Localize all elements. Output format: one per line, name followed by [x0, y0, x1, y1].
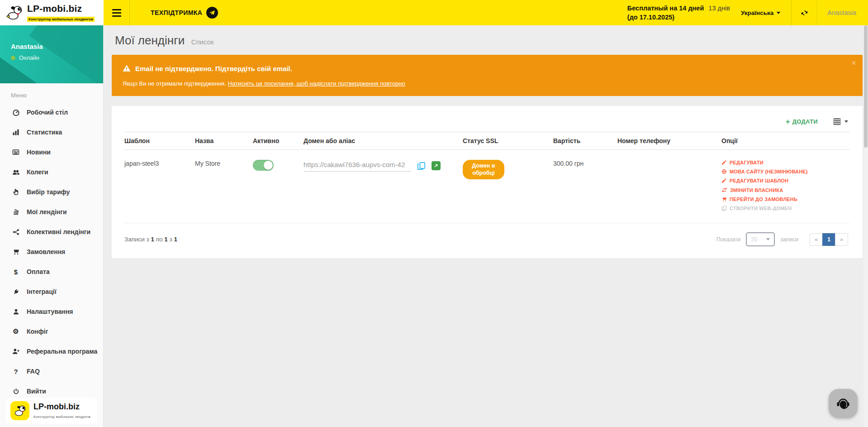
colleagues-icon [12, 168, 20, 176]
active-toggle[interactable] [253, 160, 274, 171]
option-go-to-orders[interactable]: ПЕРЕЙТИ ДО ЗАМОВЛЕНЬ [721, 197, 846, 202]
col-domain: Домен або аліас [304, 132, 463, 150]
page-size-select[interactable]: 20 [746, 232, 775, 246]
brand-title: LP-mobi.biz [27, 3, 82, 14]
col-phone: Номер телефону [617, 132, 721, 150]
option-label: МОВА САЙТУ (НЕЗМІНЮВАНЕ) [730, 169, 808, 174]
option-label: ЗМІНИТИ ВЛАСНИКА [730, 187, 783, 193]
copy-icon [721, 206, 727, 211]
show-label: Показати [716, 236, 741, 243]
option-create-web-domain: СТВОРИТИ WEB-ДОМЕН [721, 206, 846, 211]
sidebar-item-collective-landings[interactable]: Колективні лендінги [0, 222, 103, 242]
telegram-icon [206, 7, 218, 19]
resend-confirmation-link[interactable]: Натисніть це посилання, щоб надіслати пі… [228, 80, 405, 87]
pagination-prev[interactable]: « [810, 233, 823, 246]
sidebar-item-label: Оплата [27, 268, 50, 275]
scrollbar[interactable] [863, 25, 868, 427]
page-title: Мої лендінги [115, 34, 185, 47]
refresh-icon [801, 9, 808, 17]
pagination: « 1 » [810, 233, 848, 246]
brand-logo[interactable]: LP-mobi.biz Конструктор мобильных лендин… [0, 0, 104, 25]
topbar-username[interactable]: Anastasia [817, 0, 868, 25]
sidebar-item-tariff[interactable]: Вибір тарифу [0, 182, 103, 202]
add-label: ДОДАТИ [792, 118, 818, 125]
sidebar-item-config[interactable]: ⚙ Конфіг [0, 321, 103, 341]
sidebar-item-desktop[interactable]: Робочий стіл [0, 102, 103, 122]
user-plus-icon [12, 348, 20, 355]
headset-icon [835, 395, 852, 412]
domain-input[interactable] [304, 160, 411, 172]
sidebar-item-colleagues[interactable]: Колеги [0, 162, 103, 182]
option-label: РЕДАГУВАТИ [730, 160, 764, 165]
sidebar-item-faq[interactable]: ? FAQ [0, 361, 103, 381]
add-landing-button[interactable]: + ДОДАТИ [786, 118, 818, 125]
sidebar-footer-logo[interactable]: LP-mobi.biz Конструктор мобільних лендін… [6, 398, 97, 424]
panel-decoration [29, 25, 103, 83]
copy-icon[interactable] [417, 162, 426, 170]
sidebar-item-label: Вийти [27, 388, 46, 395]
menu-section-label: Меню [0, 83, 103, 102]
col-name: Назва [195, 132, 253, 150]
sidebar-item-settings[interactable]: Налаштування [0, 302, 103, 321]
sidebar-item-label: Робочий стіл [27, 109, 68, 116]
alert-text-prefix: Якщо Ви не отримали підтвердження. [123, 80, 228, 87]
sidebar-item-label: Вибір тарифу [27, 188, 70, 196]
news-icon [12, 149, 20, 156]
warning-icon [123, 64, 131, 72]
external-link-icon[interactable] [432, 161, 441, 170]
page-size-value: 20 [751, 236, 757, 243]
chevron-down-icon [844, 120, 848, 123]
status-label: Онлайн [19, 55, 39, 61]
cell-name: My Store [195, 150, 253, 223]
option-site-language[interactable]: МОВА САЙТУ (НЕЗМІНЮВАНЕ) [721, 169, 846, 174]
pagination-next[interactable]: » [835, 233, 848, 246]
edit-icon [721, 160, 727, 165]
option-label: ПЕРЕЙТИ ДО ЗАМОВЛЕНЬ [730, 197, 797, 202]
language-selector[interactable]: Українська [730, 0, 791, 25]
sidebar-item-label: Замовлення [27, 248, 65, 255]
col-cost: Вартість [553, 132, 617, 150]
scrollbar-thumb[interactable] [864, 25, 868, 148]
column-settings-button[interactable] [833, 118, 848, 125]
col-ssl-status: Статус SSL [463, 132, 553, 150]
plus-icon: + [786, 118, 790, 125]
option-label: РЕДАГУВАТИ ШАБЛОН [730, 178, 788, 183]
trial-info: Бесплатный на 14 дней (до 17.10.2025) 13… [627, 0, 730, 25]
close-icon[interactable]: × [851, 58, 856, 67]
option-edit[interactable]: РЕДАГУВАТИ [721, 160, 846, 165]
menu-toggle-button[interactable] [104, 0, 130, 25]
chat-widget-button[interactable] [829, 389, 858, 418]
cell-phone [617, 150, 721, 223]
sidebar-item-my-landings[interactable]: Мої лендінги [0, 202, 103, 222]
sidebar-item-label: Реферальна програма [27, 348, 97, 355]
email-alert: Email не підтверджено. Підтвердіть свій … [112, 55, 863, 96]
sidebar-item-label: Колеги [27, 168, 48, 176]
user-panel: Anastasia Онлайн [0, 25, 103, 83]
refresh-button[interactable] [792, 0, 817, 25]
language-icon [721, 169, 727, 174]
trial-days-left: 13 днів [708, 4, 730, 13]
option-label: СТВОРИТИ WEB-ДОМЕН [730, 206, 792, 211]
col-template: Шаблон [124, 132, 195, 150]
sidebar-item-label: Мої лендінги [27, 208, 67, 216]
support-link[interactable]: ТЕХПІДТРИМКА [130, 0, 233, 25]
power-icon [12, 388, 20, 395]
option-edit-template[interactable]: РЕДАГУВАТИ ШАБЛОН [721, 178, 846, 183]
ssl-status-badge: Домен в обробці [463, 160, 504, 179]
sidebar-item-news[interactable]: Новини [0, 142, 103, 162]
user-icon [12, 308, 20, 315]
sidebar-item-orders[interactable]: Замовлення [0, 242, 103, 262]
chevron-down-icon [777, 12, 780, 14]
sidebar-item-integrations[interactable]: Інтеграції [0, 282, 103, 302]
toggle-knob [264, 161, 273, 170]
option-change-owner[interactable]: ЗМІНИТИ ВЛАСНИКА [721, 187, 846, 193]
pagination-page-1[interactable]: 1 [822, 233, 835, 246]
records-info: Записи з 1 по 1 з 1 [124, 236, 177, 243]
my-landings-icon [12, 208, 20, 216]
sidebar-item-referral[interactable]: Реферальна програма [0, 341, 103, 361]
sidebar-item-statistics[interactable]: Статистика [0, 122, 103, 142]
grid-icon [833, 118, 841, 125]
footer-logo-subtitle: Конструктор мобільних лендінгів [33, 415, 90, 419]
sidebar-item-label: Інтеграції [27, 288, 57, 295]
sidebar-item-payment[interactable]: $ Оплата [0, 262, 103, 282]
